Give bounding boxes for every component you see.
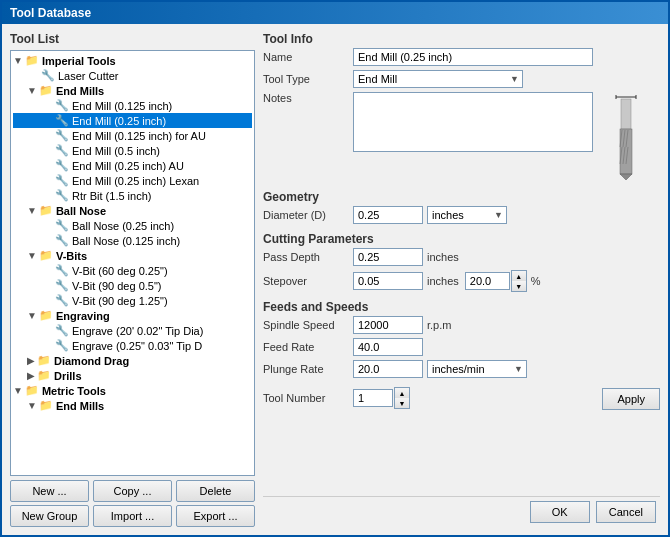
stepover-unit: inches <box>427 275 459 287</box>
window-title: Tool Database <box>10 6 91 20</box>
tree-item-em6[interactable]: 🔧End Mill (0.25 inch) Lexan <box>13 173 252 188</box>
stepover-pct-symbol: % <box>531 275 541 287</box>
tree-item-em3[interactable]: 🔧End Mill (0.125 inch) for AU <box>13 128 252 143</box>
tool-svg <box>606 92 646 182</box>
diameter-input[interactable] <box>353 206 423 224</box>
ok-button[interactable]: OK <box>530 501 590 523</box>
expand-icon-engraving[interactable]: ▼ <box>27 310 37 321</box>
tree-item-em2[interactable]: 🔧End Mill (0.25 inch) <box>13 113 252 128</box>
tree-item-label: Engrave (0.25" 0.03" Tip D <box>72 340 202 352</box>
tree-item-label: Ball Nose (0.25 inch) <box>72 220 174 232</box>
tree-item-eng1[interactable]: 🔧Engrave (20' 0.02" Tip Dia) <box>13 323 252 338</box>
tree-item-metric[interactable]: ▼📁Metric Tools <box>13 383 252 398</box>
tool-info-section: Tool Info Name Tool Type End MillBall No… <box>263 32 660 186</box>
folder-icon: 📁 <box>37 354 51 367</box>
tree-item-em5[interactable]: 🔧End Mill (0.25 inch) AU <box>13 158 252 173</box>
tree-item-end_mills[interactable]: ▼📁End Mills <box>13 83 252 98</box>
tree-item-ball_nose[interactable]: ▼📁Ball Nose <box>13 203 252 218</box>
tool-number-up-btn[interactable]: ▲ <box>395 388 409 398</box>
expand-icon-end_mills[interactable]: ▼ <box>27 85 37 96</box>
tree-item-label: Diamond Drag <box>54 355 129 367</box>
delete-button[interactable]: Delete <box>176 480 255 502</box>
tool-info-header: Tool Info <box>263 32 660 46</box>
cancel-button[interactable]: Cancel <box>596 501 656 523</box>
left-panel: Tool List ▼📁Imperial Tools🔧Laser Cutter▼… <box>10 32 255 527</box>
tree-item-label: Drills <box>54 370 82 382</box>
tree-item-label: V-Bit (90 deg 1.25") <box>72 295 168 307</box>
tree-item-rtr[interactable]: 🔧Rtr Bit (1.5 inch) <box>13 188 252 203</box>
import-button[interactable]: Import ... <box>93 505 172 527</box>
tree-item-label: Ball Nose <box>56 205 106 217</box>
diameter-label: Diameter (D) <box>263 209 353 221</box>
svg-marker-11 <box>620 174 632 180</box>
stepover-pct-input[interactable] <box>465 272 510 290</box>
stepover-spinbox[interactable]: ▲ ▼ <box>511 270 527 292</box>
tree-item-label: Imperial Tools <box>42 55 116 67</box>
tree-item-bn1[interactable]: 🔧Ball Nose (0.25 inch) <box>13 218 252 233</box>
tree-item-em4[interactable]: 🔧End Mill (0.5 inch) <box>13 143 252 158</box>
apply-button[interactable]: Apply <box>602 388 660 410</box>
tool-icon: 🔧 <box>55 144 69 157</box>
tree-item-vb2[interactable]: 🔧V-Bit (90 deg 0.5") <box>13 278 252 293</box>
expand-icon-vbits[interactable]: ▼ <box>27 250 37 261</box>
expand-icon-metric_em[interactable]: ▼ <box>27 400 37 411</box>
plunge-rate-input[interactable] <box>353 360 423 378</box>
expand-icon-metric[interactable]: ▼ <box>13 385 23 396</box>
tool-icon: 🔧 <box>55 189 69 202</box>
geometry-section: Geometry Diameter (D) inchesmm <box>263 190 660 228</box>
tree-item-label: End Mills <box>56 85 104 97</box>
tool-number-down-btn[interactable]: ▼ <box>395 398 409 408</box>
tree-item-vb3[interactable]: 🔧V-Bit (90 deg 1.25") <box>13 293 252 308</box>
tool-number-spinbox[interactable]: ▲ ▼ <box>394 387 410 409</box>
expand-icon-diamond[interactable]: ▶ <box>27 355 35 366</box>
stepover-group: Stepover inches ▲ ▼ % <box>263 270 660 292</box>
tree-item-eng2[interactable]: 🔧Engrave (0.25" 0.03" Tip D <box>13 338 252 353</box>
tree-item-vb1[interactable]: 🔧V-Bit (60 deg 0.25") <box>13 263 252 278</box>
tree-item-label: Ball Nose (0.125 inch) <box>72 235 180 247</box>
tree-item-laser[interactable]: 🔧Laser Cutter <box>13 68 252 83</box>
expand-icon-ball_nose[interactable]: ▼ <box>27 205 37 216</box>
tree-item-drills[interactable]: ▶📁Drills <box>13 368 252 383</box>
stepover-input[interactable] <box>353 272 423 290</box>
tree-item-imperial[interactable]: ▼📁Imperial Tools <box>13 53 252 68</box>
export-button[interactable]: Export ... <box>176 505 255 527</box>
expand-icon-drills[interactable]: ▶ <box>27 370 35 381</box>
new-button[interactable]: New ... <box>10 480 89 502</box>
diameter-unit-select[interactable]: inchesmm <box>427 206 507 224</box>
stepover-up-btn[interactable]: ▲ <box>512 271 526 281</box>
tree-item-vbits[interactable]: ▼📁V-Bits <box>13 248 252 263</box>
tool-icon: 🔧 <box>55 129 69 142</box>
tool-type-select[interactable]: End MillBall NoseV-BitEngravingDrill <box>353 70 523 88</box>
tree-item-label: End Mills <box>56 400 104 412</box>
folder-icon: 📁 <box>39 309 53 322</box>
stepover-down-btn[interactable]: ▼ <box>512 281 526 291</box>
tree-item-label: End Mill (0.25 inch) Lexan <box>72 175 199 187</box>
tree-item-diamond[interactable]: ▶📁Diamond Drag <box>13 353 252 368</box>
tool-number-input[interactable] <box>353 389 393 407</box>
feed-rate-input[interactable] <box>353 338 423 356</box>
spindle-input[interactable] <box>353 316 423 334</box>
spindle-group: Spindle Speed r.p.m <box>263 316 660 334</box>
tool-icon: 🔧 <box>55 324 69 337</box>
copy-button[interactable]: Copy ... <box>93 480 172 502</box>
cutting-params-section: Cutting Parameters Pass Depth inches Ste… <box>263 232 660 296</box>
tool-type-group: Tool Type End MillBall NoseV-BitEngravin… <box>263 70 660 88</box>
folder-icon: 📁 <box>25 384 39 397</box>
new-group-button[interactable]: New Group <box>10 505 89 527</box>
tool-icon: 🔧 <box>55 174 69 187</box>
svg-rect-3 <box>621 99 631 129</box>
tree-item-bn2[interactable]: 🔧Ball Nose (0.125 inch) <box>13 233 252 248</box>
tree-item-em1[interactable]: 🔧End Mill (0.125 inch) <box>13 98 252 113</box>
feeds-header: Feeds and Speeds <box>263 300 660 314</box>
tool-icon: 🔧 <box>55 339 69 352</box>
tree-item-engraving[interactable]: ▼📁Engraving <box>13 308 252 323</box>
tree-item-label: Laser Cutter <box>58 70 119 82</box>
notes-textarea[interactable] <box>353 92 593 152</box>
title-bar: Tool Database <box>2 2 668 24</box>
name-input[interactable] <box>353 48 593 66</box>
tree-item-metric_em[interactable]: ▼📁End Mills <box>13 398 252 413</box>
feed-unit-select[interactable]: inches/minmm/min <box>427 360 527 378</box>
pass-depth-input[interactable] <box>353 248 423 266</box>
tool-tree[interactable]: ▼📁Imperial Tools🔧Laser Cutter▼📁End Mills… <box>10 50 255 476</box>
expand-icon-imperial[interactable]: ▼ <box>13 55 23 66</box>
